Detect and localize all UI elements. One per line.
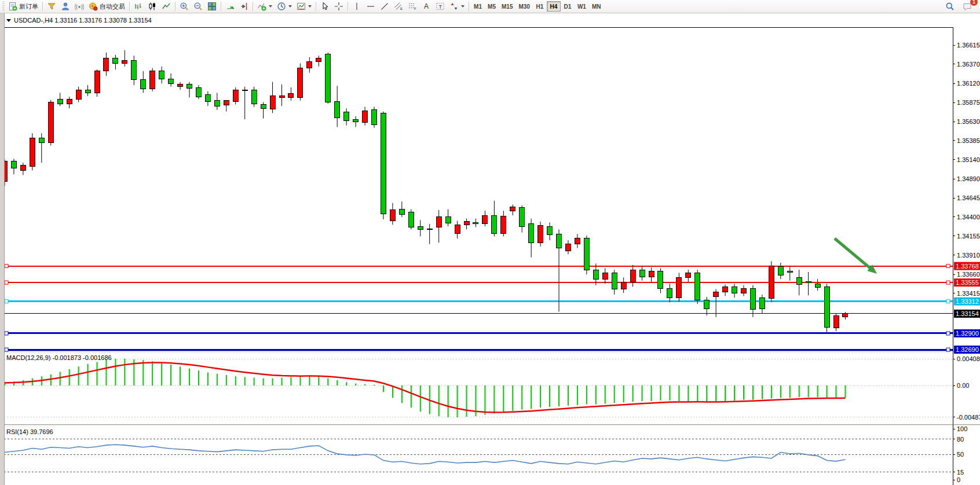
trade-group: 新订单: [6, 0, 41, 13]
timeframe-h1[interactable]: H1: [533, 1, 547, 12]
toolbar-right: 1: [943, 1, 979, 12]
timeframe-h4[interactable]: H4: [547, 1, 561, 12]
zoom-out-button[interactable]: [191, 1, 205, 12]
toolbar-separator: [42, 2, 43, 11]
svg-text:1.33154: 1.33154: [956, 310, 979, 317]
auto-scroll-icon: [225, 2, 235, 11]
svg-text:T: T: [439, 4, 443, 10]
text-label-icon: T: [436, 2, 445, 11]
timeframe-w1[interactable]: W1: [575, 1, 589, 12]
vertical-line-button[interactable]: [350, 1, 364, 12]
svg-text:0: 0: [957, 476, 960, 483]
crosshair-button[interactable]: [332, 1, 346, 12]
svg-text:1.35630: 1.35630: [957, 118, 980, 125]
timeframe-group: M1M5M15M30H1H4D1W1MN: [471, 0, 604, 13]
arrows-button[interactable]: [447, 1, 467, 12]
auto-scroll-button[interactable]: [223, 1, 237, 12]
svg-text:50: 50: [957, 451, 964, 458]
svg-text:0.004084: 0.004084: [957, 355, 980, 362]
fibonacci-button[interactable]: F: [405, 1, 419, 12]
svg-text:1.35140: 1.35140: [957, 156, 980, 163]
toolbar-separator: [348, 2, 348, 11]
search-button[interactable]: [943, 1, 957, 12]
timeframe-m15[interactable]: M15: [499, 1, 515, 12]
arrows-icon: [449, 2, 459, 11]
channel-button[interactable]: E: [392, 1, 405, 12]
chart-canvas[interactable]: 1.366151.363701.361201.358751.356301.353…: [0, 13, 980, 485]
trendline-icon: [380, 2, 389, 11]
auto-trading-icon: [89, 2, 98, 11]
notifications-button[interactable]: 1: [960, 1, 974, 12]
symbol-title-text: USDCAD-,H4 1.33116 1.33176 1.33078 1.331…: [14, 17, 152, 24]
macd-label: MACD(12,26,9) -0.001873 -0.001686: [6, 354, 112, 361]
community-button[interactable]: [58, 1, 72, 12]
vertical-line-icon: [352, 2, 361, 11]
chart-shift-button[interactable]: [237, 1, 251, 12]
text-a-icon: A: [422, 2, 431, 11]
bar-chart-button[interactable]: [131, 1, 145, 12]
tile-windows-icon: [207, 2, 217, 11]
timeframe-m1[interactable]: M1: [471, 1, 485, 12]
indicators-button[interactable]: [255, 1, 275, 12]
text-button[interactable]: A: [419, 1, 433, 12]
bar-chart-icon: [134, 2, 143, 11]
svg-text:F: F: [414, 7, 416, 10]
templates-button[interactable]: [294, 1, 314, 12]
cursor-icon: [320, 2, 330, 11]
toolbar-grip: [2, 2, 5, 11]
svg-text:-0.004872: -0.004872: [957, 414, 980, 421]
tile-windows-button[interactable]: [205, 1, 219, 12]
timeframe-m30[interactable]: M30: [515, 1, 532, 12]
new-order-button[interactable]: 新订单: [6, 1, 41, 12]
cursor-button[interactable]: [318, 1, 332, 12]
symbol-dropdown-icon[interactable]: [6, 19, 11, 22]
text-label-button[interactable]: T: [433, 1, 447, 12]
zoom-in-icon: [180, 2, 189, 11]
zoom-in-button[interactable]: [177, 1, 191, 12]
auto-trading-label: 自动交易: [100, 2, 125, 11]
auto-trading-button[interactable]: 自动交易: [86, 1, 127, 12]
crosshair-icon: [334, 2, 343, 11]
rsi-label: RSI(14) 39.7696: [6, 428, 53, 435]
symbol-title[interactable]: USDCAD-,H4 1.33116 1.33176 1.33078 1.331…: [6, 17, 152, 24]
toolbar-separator: [175, 2, 175, 11]
svg-text:E: E: [400, 7, 403, 10]
svg-text:A: A: [424, 2, 429, 10]
svg-text:1.34155: 1.34155: [957, 233, 980, 240]
periods-button[interactable]: [275, 1, 294, 12]
funnel-icon: [47, 2, 56, 11]
signal-button[interactable]: [72, 1, 86, 12]
window-left-edge: [0, 13, 5, 485]
svg-text:1.34890: 1.34890: [957, 175, 980, 182]
svg-text:1.32690: 1.32690: [956, 346, 979, 353]
toolbar-separator: [253, 2, 253, 11]
svg-text:100: 100: [957, 425, 967, 432]
svg-text:80: 80: [957, 436, 964, 443]
candlestick-chart-icon: [148, 2, 157, 11]
zoom-out-icon: [193, 2, 203, 11]
toolbar-separator: [221, 2, 221, 11]
toolbar-separator: [316, 2, 316, 11]
indicators-icon: [257, 2, 266, 11]
timeframe-mn[interactable]: MN: [589, 1, 604, 12]
funnel-button[interactable]: [45, 1, 58, 12]
new-order-icon: [8, 2, 17, 11]
chevron-down-icon: [461, 5, 465, 8]
trendline-button[interactable]: [378, 1, 392, 12]
toolbar-separator: [129, 2, 130, 11]
timeframe-m5[interactable]: M5: [485, 1, 499, 12]
horizontal-line-button[interactable]: [364, 1, 378, 12]
line-chart-button[interactable]: [159, 1, 173, 12]
notification-badge: 1: [970, 0, 978, 6]
chevron-down-icon: [308, 5, 312, 8]
template-icon: [297, 2, 306, 11]
svg-text:1.36615: 1.36615: [957, 42, 980, 49]
fibonacci-icon: F: [408, 2, 417, 11]
svg-text:1.33312: 1.33312: [956, 298, 979, 305]
candlestick-chart-button[interactable]: [145, 1, 159, 12]
timeframe-d1[interactable]: D1: [561, 1, 575, 12]
svg-text:1.33910: 1.33910: [957, 252, 980, 259]
svg-text:1.36120: 1.36120: [957, 80, 980, 87]
chart-window: 1.366151.363701.361201.358751.356301.353…: [0, 13, 980, 485]
svg-text:1.35385: 1.35385: [957, 137, 980, 144]
